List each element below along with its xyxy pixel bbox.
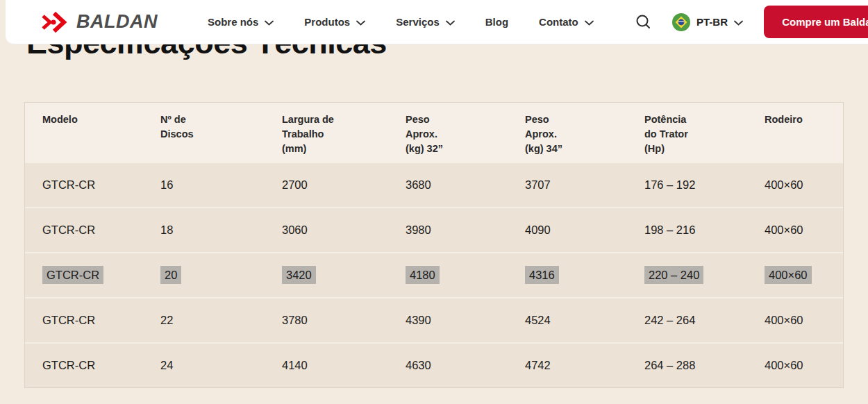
- cell-largura: 4140: [282, 359, 406, 372]
- cell-largura: 2700: [282, 178, 406, 192]
- cell-potencia: 242 – 264: [644, 314, 765, 327]
- nav-item-sobre-nos[interactable]: Sobre nós: [208, 16, 274, 28]
- buy-baldan-button[interactable]: Compre um Baldan: [764, 6, 868, 38]
- language-label: PT-BR: [696, 16, 728, 28]
- baldan-logo-icon: [42, 12, 69, 33]
- cell-modelo: GTCR-CR: [42, 359, 160, 372]
- cell-peso-32: 3680: [406, 178, 525, 192]
- cell-rodeiro: 400×60: [765, 359, 843, 372]
- chevron-down-icon: [585, 16, 594, 28]
- cell-potencia: 220 – 240: [644, 269, 765, 282]
- search-icon: [635, 14, 651, 30]
- column-header-modelo: Modelo: [42, 112, 160, 162]
- nav-item-contato[interactable]: Contato: [539, 16, 594, 28]
- table-row: GTCR-CR 24 4140 4630 4742 264 – 288 400×…: [25, 342, 843, 387]
- cell-discos: 22: [160, 314, 282, 327]
- column-header-peso-32: Peso Aprox. (kg) 32”: [406, 112, 525, 162]
- column-header-potencia: Potência do Trator (Hp): [644, 112, 765, 162]
- main-nav: Sobre nós Produtos Serviços Blog Contato: [208, 16, 594, 28]
- nav-item-blog[interactable]: Blog: [485, 16, 508, 28]
- cell-rodeiro: 400×60: [765, 224, 843, 237]
- cell-largura: 3780: [282, 314, 406, 327]
- cell-peso-34: 4524: [525, 314, 644, 327]
- chevron-down-icon: [265, 16, 274, 28]
- cell-discos: 24: [160, 359, 282, 372]
- cell-modelo: GTCR-CR: [42, 178, 160, 192]
- cell-potencia: 264 – 288: [644, 359, 765, 372]
- chevron-down-icon: [734, 16, 743, 28]
- cell-potencia: 198 – 216: [644, 224, 765, 237]
- nav-label: Sobre nós: [208, 16, 258, 28]
- site-header: BALDAN Sobre nós Produtos Serviços Blog …: [6, 0, 868, 44]
- cell-peso-32: 3980: [406, 224, 525, 237]
- cell-discos: 20: [160, 269, 282, 282]
- nav-label: Blog: [485, 16, 508, 28]
- cell-modelo: GTCR-CR: [42, 314, 160, 327]
- table-row: GTCR-CR 16 2700 3680 3707 176 – 192 400×…: [25, 162, 843, 207]
- baldan-logo[interactable]: BALDAN: [42, 11, 158, 33]
- cell-modelo: GTCR-CR: [42, 224, 160, 237]
- nav-label: Produtos: [304, 16, 350, 28]
- cell-discos: 16: [160, 178, 282, 192]
- cell-potencia: 176 – 192: [644, 178, 765, 192]
- cell-discos: 18: [160, 224, 282, 237]
- cell-rodeiro: 400×60: [765, 269, 843, 282]
- header-actions: PT-BR Compre um Baldan: [635, 6, 868, 38]
- chevron-down-icon: [356, 16, 365, 28]
- cell-peso-34: 4316: [525, 269, 644, 282]
- language-selector[interactable]: PT-BR: [672, 13, 743, 31]
- cell-peso-34: 4090: [525, 224, 644, 237]
- cell-peso-34: 4742: [525, 359, 644, 372]
- cell-rodeiro: 400×60: [765, 178, 843, 192]
- nav-item-produtos[interactable]: Produtos: [304, 16, 365, 28]
- nav-item-servicos[interactable]: Serviços: [396, 16, 455, 28]
- brazil-flag-icon: [672, 13, 690, 31]
- cell-peso-32: 4630: [406, 359, 525, 372]
- table-header-row: Modelo Nº de Discos Largura de Trabalho …: [25, 103, 843, 162]
- cell-largura: 3060: [282, 224, 406, 237]
- specs-table: Modelo Nº de Discos Largura de Trabalho …: [24, 102, 844, 388]
- cell-peso-32: 4180: [406, 269, 525, 282]
- table-row: GTCR-CR 18 3060 3980 4090 198 – 216 400×…: [25, 207, 843, 252]
- column-header-rodeiro: Rodeiro: [765, 112, 843, 162]
- baldan-logo-text: BALDAN: [76, 11, 158, 33]
- nav-label: Contato: [539, 16, 578, 28]
- search-button[interactable]: [635, 14, 651, 30]
- table-row: GTCR-CR 22 3780 4390 4524 242 – 264 400×…: [25, 297, 843, 342]
- cell-modelo: GTCR-CR: [42, 269, 160, 282]
- column-header-largura: Largura de Trabalho (mm): [282, 112, 406, 162]
- nav-label: Serviços: [396, 16, 440, 28]
- cell-rodeiro: 400×60: [765, 314, 843, 327]
- cell-peso-34: 3707: [525, 178, 644, 192]
- cell-largura: 3420: [282, 269, 406, 282]
- cell-peso-32: 4390: [406, 314, 525, 327]
- column-header-peso-34: Peso Aprox. (kg) 34”: [525, 112, 644, 162]
- table-row-selected: GTCR-CR 20 3420 4180 4316 220 – 240 400×…: [25, 252, 843, 297]
- chevron-down-icon: [446, 16, 455, 28]
- column-header-discos: Nº de Discos: [160, 112, 282, 162]
